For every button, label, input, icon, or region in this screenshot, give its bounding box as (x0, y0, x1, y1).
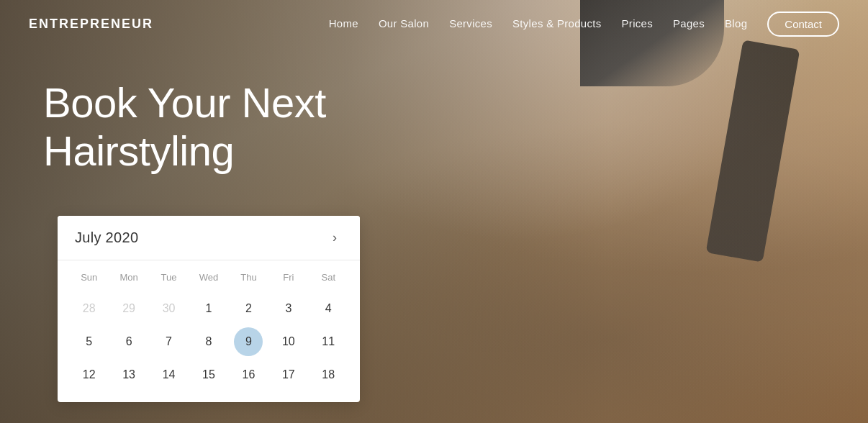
week-row-0: 2829301234 (69, 293, 348, 324)
day-cell-9[interactable]: 9 (234, 327, 263, 356)
calendar-grid: SunMonTueWedThuFriSat 282930123456789101… (58, 260, 360, 402)
day-cell-28-other: 28 (75, 294, 104, 323)
nav-link-pages[interactable]: Pages (673, 17, 705, 29)
calendar-header: July 2020 › (58, 216, 360, 260)
day-cell-17[interactable]: 17 (274, 360, 303, 389)
day-cell-29-other: 29 (114, 294, 143, 323)
day-cell-2[interactable]: 2 (234, 294, 263, 323)
day-cell-5[interactable]: 5 (75, 327, 104, 356)
day-cell-18[interactable]: 18 (314, 360, 343, 389)
day-header-wed: Wed (189, 268, 228, 287)
day-cell-6[interactable]: 6 (114, 327, 143, 356)
week-row-2: 12131415161718 (69, 359, 348, 391)
calendar-next-button[interactable]: › (327, 227, 343, 248)
calendar-month: July 2020 (75, 229, 138, 246)
nav-link-styles-products[interactable]: Styles & Products (512, 17, 601, 29)
day-header-tue: Tue (149, 268, 189, 287)
brand-logo[interactable]: ENTREPRENEUR (29, 17, 153, 32)
calendar-widget: July 2020 › SunMonTueWedThuFriSat 282930… (58, 216, 360, 402)
nav-link-home[interactable]: Home (329, 17, 358, 29)
day-cell-11[interactable]: 11 (314, 327, 343, 356)
day-cell-10[interactable]: 10 (274, 327, 303, 356)
day-cell-4[interactable]: 4 (314, 294, 343, 323)
contact-button[interactable]: Contact (767, 12, 839, 37)
day-header-sat: Sat (309, 268, 348, 287)
day-header-mon: Mon (109, 268, 148, 287)
nav-link-services[interactable]: Services (449, 17, 492, 29)
day-headers: SunMonTueWedThuFriSat (69, 268, 348, 287)
day-cell-13[interactable]: 13 (114, 360, 143, 389)
hero-content: Book Your Next Hairstyling (43, 79, 326, 175)
calendar-weeks: 282930123456789101112131415161718 (69, 293, 348, 391)
day-cell-12[interactable]: 12 (75, 360, 104, 389)
day-header-thu: Thu (229, 268, 268, 287)
nav-links: HomeOur SalonServicesStyles & ProductsPr… (329, 12, 839, 37)
nav-link-prices[interactable]: Prices (622, 17, 653, 29)
nav-link-blog[interactable]: Blog (725, 17, 747, 29)
day-cell-1[interactable]: 1 (194, 294, 223, 323)
day-cell-15[interactable]: 15 (194, 360, 223, 389)
day-header-sun: Sun (69, 268, 109, 287)
day-header-fri: Fri (268, 268, 308, 287)
navbar: ENTREPRENEUR HomeOur SalonServicesStyles… (0, 0, 868, 47)
hero-title: Book Your Next Hairstyling (43, 79, 326, 175)
day-cell-16[interactable]: 16 (234, 360, 263, 389)
nav-link-our-salon[interactable]: Our Salon (379, 17, 429, 29)
day-cell-3[interactable]: 3 (274, 294, 303, 323)
day-cell-8[interactable]: 8 (194, 327, 223, 356)
week-row-1: 567891011 (69, 326, 348, 358)
day-cell-30-other: 30 (155, 294, 184, 323)
day-cell-7[interactable]: 7 (155, 327, 184, 356)
day-cell-14[interactable]: 14 (155, 360, 184, 389)
